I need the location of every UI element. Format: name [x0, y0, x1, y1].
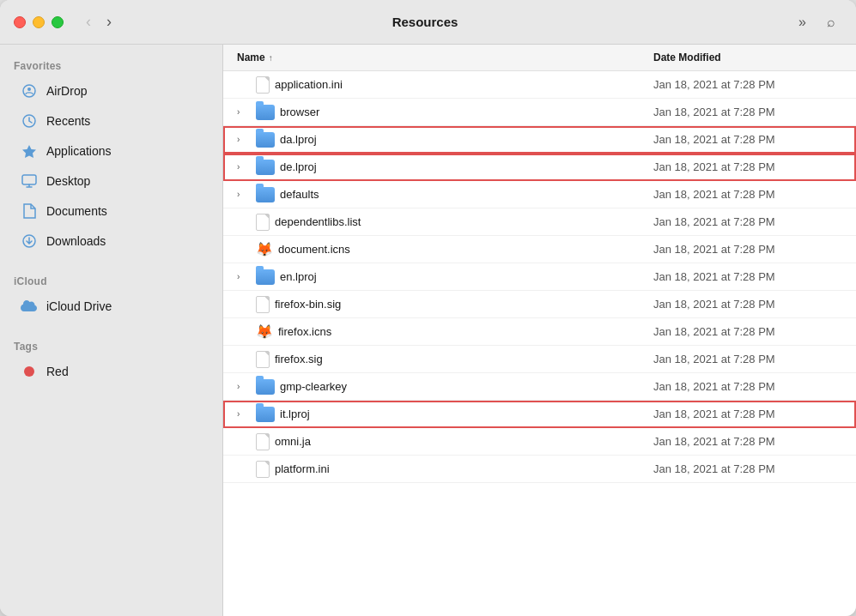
- file-name: firefox-bin.sig: [275, 298, 341, 311]
- file-row-name: firefox-bin.sig: [237, 296, 653, 313]
- sidebar-item-desktop[interactable]: Desktop: [7, 166, 216, 196]
- file-date: Jan 18, 2021 at 7:28 PM: [653, 160, 842, 173]
- airdrop-label: AirDrop: [46, 84, 87, 98]
- traffic-lights: [14, 16, 64, 28]
- folder-icon: [256, 160, 275, 175]
- expand-arrow[interactable]: ›: [237, 107, 251, 117]
- file-date: Jan 18, 2021 at 7:28 PM: [653, 408, 842, 420]
- icloud-section-label: iCloud: [0, 270, 222, 291]
- file-row-name: omni.ja: [237, 433, 653, 450]
- file-name: application.ini: [275, 78, 343, 91]
- file-date: Jan 18, 2021 at 7:28 PM: [653, 188, 842, 201]
- table-row[interactable]: 🦊 firefox.icns Jan 18, 2021 at 7:28 PM: [223, 318, 856, 346]
- documents-label: Documents: [46, 204, 107, 218]
- airdrop-icon: [21, 82, 38, 100]
- file-date: Jan 18, 2021 at 7:28 PM: [653, 325, 842, 338]
- minimize-button[interactable]: [33, 16, 45, 28]
- document-icon: [256, 433, 270, 450]
- expand-arrow[interactable]: ›: [237, 162, 251, 172]
- firefox-icon: 🦊: [256, 323, 273, 340]
- file-name: dependentlibs.list: [275, 215, 361, 228]
- file-row-name: › it.lproj: [237, 407, 653, 422]
- expand-arrow[interactable]: ›: [237, 190, 251, 199]
- sidebar-item-applications[interactable]: Applications: [7, 136, 216, 166]
- search-button[interactable]: ⌕: [820, 11, 842, 33]
- file-row-name: › gmp-clearkey: [237, 379, 653, 395]
- file-name: it.lproj: [280, 408, 310, 420]
- folder-icon: [256, 379, 275, 395]
- file-row-name: › browser: [237, 105, 653, 120]
- document-icon: [256, 461, 270, 478]
- folder-icon: [256, 132, 275, 148]
- file-row-name: › defaults: [237, 187, 653, 202]
- icloud-drive-label: iCloud Drive: [46, 299, 112, 313]
- sidebar-item-icloud-drive[interactable]: iCloud Drive: [7, 292, 216, 321]
- icloud-drive-icon: [21, 298, 38, 315]
- more-button[interactable]: »: [792, 11, 813, 33]
- recents-icon: [21, 112, 38, 130]
- file-name: gmp-clearkey: [280, 380, 347, 393]
- expand-arrow[interactable]: ›: [237, 135, 251, 144]
- table-row[interactable]: › defaults Jan 18, 2021 at 7:28 PM: [223, 181, 856, 208]
- table-row[interactable]: firefox-bin.sig Jan 18, 2021 at 7:28 PM: [223, 291, 856, 318]
- folder-icon: [256, 187, 275, 202]
- folder-icon: [256, 407, 275, 422]
- expand-arrow[interactable]: ›: [237, 382, 251, 391]
- file-date: Jan 18, 2021 at 7:28 PM: [653, 380, 842, 393]
- document-icon: [256, 214, 270, 231]
- file-row-name: platform.ini: [237, 461, 653, 478]
- file-rows-container: application.ini Jan 18, 2021 at 7:28 PM …: [223, 71, 856, 483]
- name-column-header[interactable]: Name ↑: [237, 51, 653, 63]
- file-name: da.lproj: [280, 133, 317, 146]
- document-icon: [256, 76, 270, 94]
- applications-label: Applications: [46, 144, 112, 158]
- table-row[interactable]: › it.lproj Jan 18, 2021 at 7:28 PM: [223, 401, 856, 428]
- svg-rect-3: [22, 175, 36, 184]
- folder-icon: [256, 269, 275, 285]
- file-name: firefox.icns: [278, 325, 331, 338]
- sidebar-item-airdrop[interactable]: AirDrop: [7, 76, 216, 106]
- table-row[interactable]: › en.lproj Jan 18, 2021 at 7:28 PM: [223, 263, 856, 291]
- table-row[interactable]: › da.lproj Jan 18, 2021 at 7:28 PM: [223, 126, 856, 154]
- file-name: de.lproj: [280, 160, 317, 173]
- date-column-header[interactable]: Date Modified: [653, 51, 842, 63]
- sidebar-item-documents[interactable]: Documents: [7, 196, 216, 226]
- titlebar: ‹ › Resources » ⌕: [0, 0, 856, 45]
- sidebar-item-recents[interactable]: Recents: [7, 106, 216, 136]
- file-row-name: › da.lproj: [237, 132, 653, 148]
- red-tag-icon: [21, 363, 38, 380]
- document-icon: [256, 351, 270, 368]
- table-row[interactable]: firefox.sig Jan 18, 2021 at 7:28 PM: [223, 346, 856, 373]
- table-row[interactable]: › browser Jan 18, 2021 at 7:28 PM: [223, 99, 856, 126]
- table-row[interactable]: platform.ini Jan 18, 2021 at 7:28 PM: [223, 456, 856, 483]
- table-row[interactable]: 🦊 document.icns Jan 18, 2021 at 7:28 PM: [223, 236, 856, 263]
- file-row-name: application.ini: [237, 76, 653, 94]
- file-name: defaults: [280, 188, 319, 201]
- file-date: Jan 18, 2021 at 7:28 PM: [653, 133, 842, 146]
- svg-point-1: [27, 88, 31, 91]
- file-list-header: Name ↑ Date Modified: [223, 45, 856, 71]
- favorites-section-label: Favorites: [0, 55, 222, 75]
- document-icon: [256, 296, 270, 313]
- date-column-label: Date Modified: [653, 51, 721, 63]
- table-row[interactable]: dependentlibs.list Jan 18, 2021 at 7:28 …: [223, 208, 856, 236]
- folder-icon: [256, 105, 275, 120]
- applications-icon: [21, 142, 38, 160]
- file-row-name: firefox.sig: [237, 351, 653, 368]
- desktop-label: Desktop: [46, 174, 90, 188]
- sidebar: Favorites AirDrop: [0, 45, 223, 616]
- file-row-name: 🦊 document.icns: [237, 241, 653, 257]
- file-date: Jan 18, 2021 at 7:28 PM: [653, 215, 842, 228]
- file-list: Name ↑ Date Modified application.ini Jan…: [223, 45, 856, 616]
- expand-arrow[interactable]: ›: [237, 409, 251, 419]
- close-button[interactable]: [14, 16, 26, 28]
- file-name: firefox.sig: [275, 353, 323, 365]
- table-row[interactable]: › de.lproj Jan 18, 2021 at 7:28 PM: [223, 154, 856, 181]
- table-row[interactable]: omni.ja Jan 18, 2021 at 7:28 PM: [223, 428, 856, 456]
- table-row[interactable]: › gmp-clearkey Jan 18, 2021 at 7:28 PM: [223, 373, 856, 401]
- sidebar-item-red[interactable]: Red: [7, 357, 216, 386]
- sidebar-item-downloads[interactable]: Downloads: [7, 226, 216, 256]
- expand-arrow[interactable]: ›: [237, 272, 251, 281]
- table-row[interactable]: application.ini Jan 18, 2021 at 7:28 PM: [223, 71, 856, 99]
- file-name: platform.ini: [275, 462, 330, 475]
